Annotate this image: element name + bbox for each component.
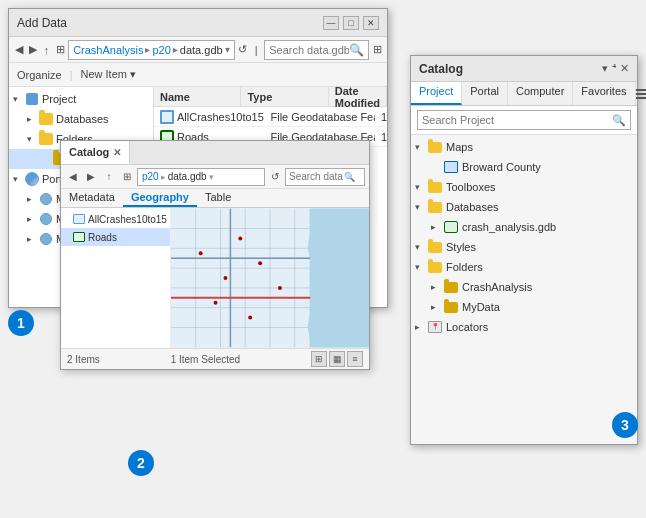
close-button[interactable]: ✕: [363, 16, 379, 30]
back-button[interactable]: ◀: [13, 40, 25, 60]
catalog-statusbar: 2 Items 1 Item Selected ⊞ ▦ ≡: [61, 348, 369, 369]
styles-icon: [427, 242, 443, 253]
cp-tab-computer[interactable]: Computer: [508, 82, 573, 105]
file-date-cell: 11/18/2021 3:43:27 PM: [375, 130, 387, 144]
forward-button[interactable]: ▶: [83, 169, 99, 185]
tree-item-label: Project: [42, 93, 76, 105]
tab-close-button[interactable]: ✕: [113, 147, 121, 158]
expand-icon: ▾: [415, 262, 427, 272]
catalog-mini-tab[interactable]: Catalog ✕: [61, 141, 130, 164]
search-box[interactable]: 🔍: [417, 110, 631, 130]
maximize-button[interactable]: □: [343, 16, 359, 30]
minimize-button[interactable]: —: [323, 16, 339, 30]
cp-tree-item-toolboxes[interactable]: ▾ Toolboxes: [411, 177, 637, 197]
svg-point-16: [199, 251, 203, 255]
refresh-button[interactable]: ↺: [237, 40, 249, 60]
cp-tab-favorites[interactable]: Favorites: [573, 82, 635, 105]
organize-link[interactable]: Organize: [17, 69, 62, 81]
cat-breadcrumb[interactable]: p20 ▸ data.gdb ▾: [137, 168, 265, 186]
cp-tree-item-maps[interactable]: ▾ Maps: [411, 137, 637, 157]
catalog-mini-tabs: Catalog ✕: [61, 141, 369, 165]
breadcrumb-p20: p20: [142, 171, 159, 182]
expand-icon: ▾: [13, 174, 25, 184]
breadcrumb[interactable]: CrashAnalysis ▸ p20 ▸ data.gdb ▾: [68, 40, 235, 60]
view-button[interactable]: ⊞: [119, 169, 135, 185]
add-data-toolbar: ◀ ▶ ↑ ⊞ CrashAnalysis ▸ p20 ▸ data.gdb ▾…: [9, 37, 387, 63]
catalog-panel-header: Catalog ▾ ⁴ ✕: [411, 56, 637, 82]
expand-icon: ▾: [415, 142, 427, 152]
cp-tree-item-locators[interactable]: ▸ 📍 Locators: [411, 317, 637, 337]
cat-tree-item-allcrashes[interactable]: AllCrashes10to15: [61, 210, 170, 228]
tree-label: MyData: [462, 301, 500, 313]
close-panel-button[interactable]: ✕: [620, 62, 629, 75]
tree-label: Styles: [446, 241, 476, 253]
file-name: AllCrashes10to15: [177, 111, 264, 123]
expand-icon: ▾: [415, 202, 427, 212]
file-row[interactable]: AllCrashes10to15 File Geodatabase Featur…: [154, 107, 387, 127]
map-icon-buttons: ⊞ ▦ ≡: [311, 351, 363, 367]
catalog-mini-content: AllCrashes10to15 Roads: [61, 208, 369, 348]
breadcrumb-item-3: data.gdb: [180, 44, 223, 56]
svg-point-22: [248, 316, 252, 320]
cp-tree-item-styles[interactable]: ▾ Styles: [411, 237, 637, 257]
geography-subtab[interactable]: Geography: [123, 189, 197, 207]
cp-tab-project[interactable]: Project: [411, 82, 462, 105]
refresh-button[interactable]: ↺: [267, 169, 283, 185]
add-data-titlebar: Add Data — □ ✕: [9, 9, 387, 37]
view-toggle-button[interactable]: ⊞: [371, 40, 383, 60]
search-input[interactable]: [269, 44, 349, 56]
catalog-mini-map[interactable]: [171, 208, 369, 348]
catalog-panel: Catalog ▾ ⁴ ✕ Project Portal Computer Fa…: [410, 55, 638, 445]
map-view-button-1[interactable]: ⊞: [311, 351, 327, 367]
cat-search-input[interactable]: [289, 171, 344, 182]
catalog-tree: ▾ Maps Broward County ▾ Toolboxes ▾ Data…: [411, 135, 637, 418]
float-button[interactable]: ⁴: [612, 62, 616, 75]
portal-icon: [25, 172, 39, 186]
maps-icon: [427, 142, 443, 153]
map-view-button-3[interactable]: ≡: [347, 351, 363, 367]
toolboxes-icon: [427, 182, 443, 193]
table-subtab[interactable]: Table: [197, 189, 239, 207]
cp-tree-item-folders[interactable]: ▾ Folders: [411, 257, 637, 277]
view-button[interactable]: ⊞: [54, 40, 66, 60]
metadata-subtab[interactable]: Metadata: [61, 189, 123, 207]
back-button[interactable]: ◀: [65, 169, 81, 185]
catalog-mini-toolbar: ◀ ▶ ↑ ⊞ p20 ▸ data.gdb ▾ ↺ 🔍: [61, 165, 369, 189]
cp-tab-portal[interactable]: Portal: [462, 82, 508, 105]
map-view-button-2[interactable]: ▦: [329, 351, 345, 367]
item-count: 2 Items: [67, 354, 100, 365]
item-label: Roads: [88, 232, 117, 243]
cp-tree-item-broward[interactable]: Broward County: [411, 157, 637, 177]
pin-button[interactable]: ▾: [602, 62, 608, 75]
gdb-poly-icon: [160, 110, 174, 124]
cat-search-container[interactable]: 🔍: [285, 168, 365, 186]
my2-icon: [39, 212, 53, 226]
item-label: AllCrashes10to15: [88, 214, 167, 225]
up-button[interactable]: ↑: [41, 40, 53, 60]
search-icon: 🔍: [349, 43, 364, 57]
address-icon: |: [250, 40, 262, 60]
tree-item-project[interactable]: ▾ Project: [9, 89, 153, 109]
folders-icon: [39, 132, 53, 146]
svg-point-20: [278, 286, 282, 290]
search-container[interactable]: 🔍: [264, 40, 369, 60]
gdb-poly-mini-icon: [73, 214, 85, 224]
catalog-panel-title: Catalog: [419, 62, 463, 76]
project-search-input[interactable]: [422, 114, 612, 126]
expand-icon: ▸: [27, 214, 39, 224]
tree-item-databases[interactable]: ▸ Databases: [9, 109, 153, 129]
expand-icon: ▸: [27, 234, 39, 244]
forward-button[interactable]: ▶: [27, 40, 39, 60]
cp-tree-item-crash-gdb[interactable]: ▸ crash_analysis.gdb: [411, 217, 637, 237]
svg-point-19: [258, 261, 262, 265]
up-button[interactable]: ↑: [101, 169, 117, 185]
cp-tree-item-crash-analysis[interactable]: ▸ CrashAnalysis: [411, 277, 637, 297]
badge-1: 1: [8, 310, 34, 336]
project-icon: [25, 92, 39, 106]
cp-tree-item-mydata[interactable]: ▸ MyData: [411, 297, 637, 317]
cp-tree-item-databases[interactable]: ▾ Databases: [411, 197, 637, 217]
new-item-link[interactable]: New Item ▾: [81, 68, 137, 81]
cat-tree-item-roads[interactable]: Roads: [61, 228, 170, 246]
menu-icon[interactable]: [636, 89, 646, 99]
col-header-name: Name: [154, 87, 241, 106]
